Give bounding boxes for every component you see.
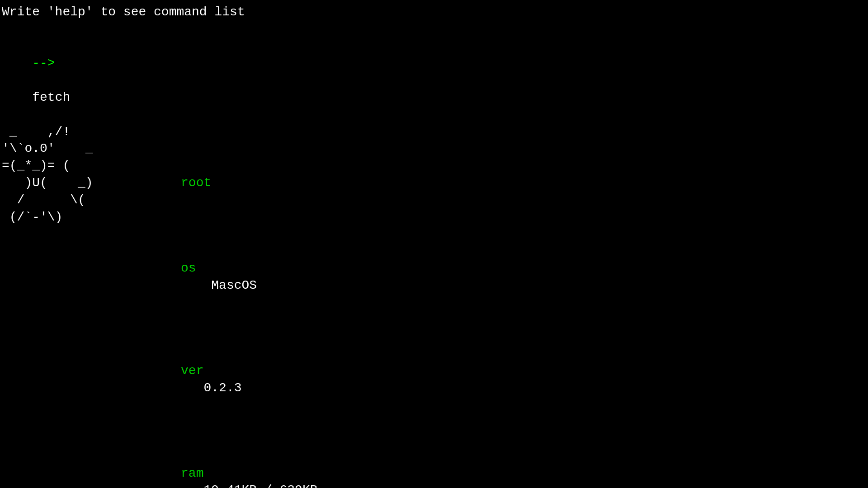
ascii-art: _ ,/! '\`o.0' _ =(_*_)= ( )U( _) / \( (/…	[2, 123, 93, 488]
spacer-1	[2, 21, 868, 38]
info-row-root: root	[120, 157, 318, 208]
ram-value: 19.41KB / 639KB	[181, 483, 317, 488]
fetch-output: _ ,/! '\`o.0' _ =(_*_)= ( )U( _) / \( (/…	[2, 123, 868, 488]
ver-label: ver	[181, 364, 203, 378]
terminal: Write 'help' to see command list --> fet…	[0, 0, 868, 488]
ver-value: 0.2.3	[181, 381, 241, 395]
info-row-ram: ram 19.41KB / 639KB	[120, 448, 318, 488]
fetch-info-block: root os MascOS ver 0.2.3 ram 19.41KB / 6…	[120, 123, 318, 488]
root-label: root	[181, 176, 211, 190]
fetch-command-line: --> fetch	[2, 38, 868, 123]
fetch-cmd-text: fetch	[32, 90, 70, 104]
info-row-os: os MascOS	[120, 243, 318, 311]
prompt-fetch: -->	[32, 56, 55, 70]
help-line: Write 'help' to see command list	[2, 4, 868, 21]
fetch-cmd	[32, 73, 40, 87]
os-value: MascOS	[181, 278, 257, 292]
info-row-ver: ver 0.2.3	[120, 345, 318, 413]
ram-label: ram	[181, 466, 203, 480]
os-label: os	[181, 261, 196, 275]
